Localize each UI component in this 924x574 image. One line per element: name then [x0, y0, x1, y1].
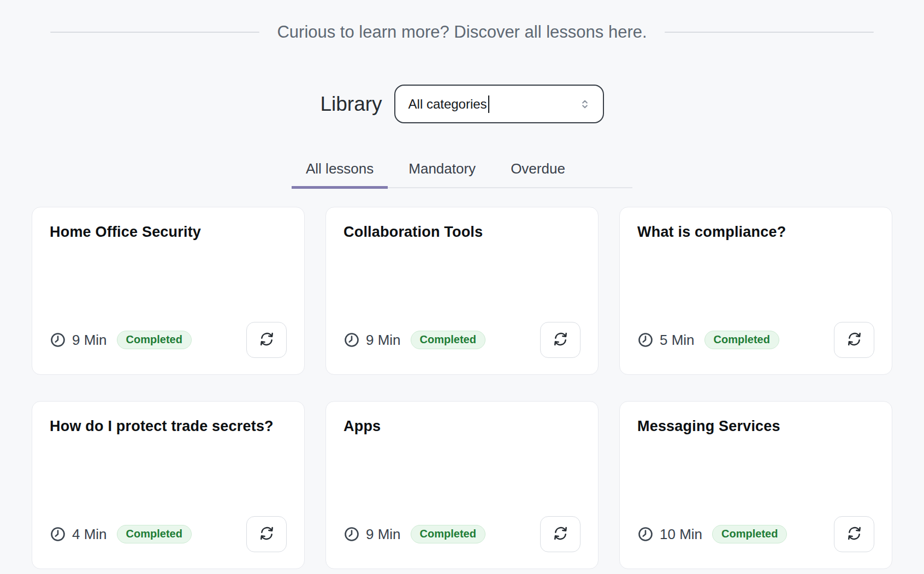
status-badge: Completed	[411, 331, 485, 349]
lesson-card[interactable]: What is compliance? 5 Min Completed	[619, 207, 892, 375]
clock-icon	[637, 526, 654, 542]
refresh-icon	[258, 331, 275, 349]
retry-button[interactable]	[540, 322, 581, 358]
status-badge: Completed	[411, 525, 485, 543]
discover-heading: Curious to learn more? Discover all less…	[277, 22, 647, 42]
lesson-duration: 9 Min	[366, 332, 401, 349]
refresh-icon	[552, 331, 569, 349]
category-select-value: All categories	[408, 97, 487, 112]
clock-icon	[343, 526, 360, 542]
refresh-icon	[258, 525, 275, 543]
lesson-title: Home Office Security	[50, 224, 287, 241]
clock-icon	[50, 526, 66, 542]
lesson-meta: 4 Min Completed	[50, 516, 287, 552]
lesson-duration: 9 Min	[72, 332, 107, 349]
category-select[interactable]: All categories	[394, 85, 604, 123]
status-badge: Completed	[712, 525, 787, 543]
status-badge: Completed	[117, 331, 192, 349]
lesson-meta: 9 Min Completed	[50, 322, 287, 358]
status-badge: Completed	[117, 525, 192, 543]
retry-button[interactable]	[540, 516, 581, 552]
retry-button[interactable]	[246, 322, 287, 358]
clock-icon	[50, 332, 66, 348]
lesson-grid: Home Office Security 9 Min Completed Col…	[32, 207, 892, 569]
divider-line-right	[665, 32, 874, 33]
retry-button[interactable]	[246, 516, 287, 552]
lesson-duration: 10 Min	[660, 526, 702, 543]
lesson-duration: 4 Min	[72, 526, 107, 543]
text-cursor	[488, 95, 489, 113]
lesson-card[interactable]: Home Office Security 9 Min Completed	[32, 207, 305, 375]
lesson-card[interactable]: Collaboration Tools 9 Min Completed	[325, 207, 599, 375]
refresh-icon	[846, 525, 863, 543]
tab-overdue[interactable]: Overdue	[496, 154, 579, 187]
tab-mandatory[interactable]: Mandatory	[394, 154, 490, 187]
lesson-meta: 5 Min Completed	[637, 322, 874, 358]
retry-button[interactable]	[834, 516, 874, 552]
lesson-title: Messaging Services	[637, 418, 874, 435]
clock-icon	[637, 332, 654, 348]
refresh-icon	[846, 331, 863, 349]
retry-button[interactable]	[834, 322, 874, 358]
discover-header: Curious to learn more? Discover all less…	[50, 22, 874, 42]
lesson-card[interactable]: Apps 9 Min Completed	[325, 401, 599, 569]
lesson-title: What is compliance?	[637, 224, 874, 241]
refresh-icon	[552, 525, 569, 543]
lesson-meta: 9 Min Completed	[343, 516, 581, 552]
page-title: Library	[320, 93, 382, 116]
status-badge: Completed	[704, 331, 779, 349]
lesson-tabs: All lessons Mandatory Overdue	[292, 154, 632, 188]
lesson-title: Apps	[343, 418, 581, 435]
lesson-meta: 10 Min Completed	[637, 516, 874, 552]
clock-icon	[343, 332, 360, 348]
library-header: Library All categories	[0, 85, 924, 123]
lesson-meta: 9 Min Completed	[343, 322, 581, 358]
lesson-card[interactable]: Messaging Services 10 Min Completed	[619, 401, 892, 569]
lesson-duration: 9 Min	[366, 526, 401, 543]
divider-line-left	[50, 32, 259, 33]
lesson-duration: 5 Min	[660, 332, 695, 349]
lesson-title: Collaboration Tools	[343, 224, 581, 241]
lesson-title: How do I protect trade secrets?	[50, 418, 287, 435]
chevron-up-down-icon	[578, 96, 592, 112]
tab-all-lessons[interactable]: All lessons	[292, 154, 388, 187]
lesson-card[interactable]: How do I protect trade secrets? 4 Min Co…	[32, 401, 305, 569]
